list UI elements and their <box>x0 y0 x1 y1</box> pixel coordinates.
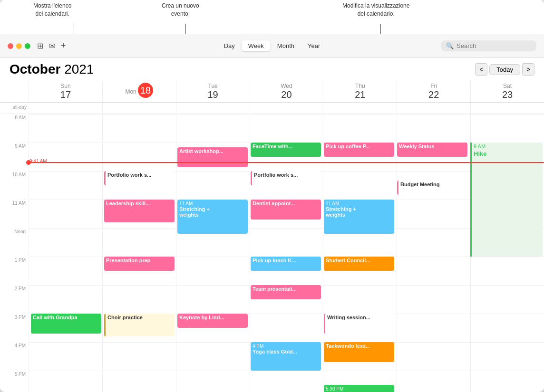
event-student-council[interactable]: Student Council... <box>324 257 394 271</box>
event-title: Stretching +weights <box>326 206 392 218</box>
event-dropoff-grandma[interactable]: 5:30 PM Drop offGrandma... <box>324 385 394 392</box>
time-label-11am: 11 AM <box>0 200 29 228</box>
allday-thu <box>323 103 397 114</box>
sat-green-block: 9 AM Hike <box>470 143 543 257</box>
current-time-label: 9:41 AM <box>29 159 47 164</box>
view-month-button[interactable]: Month <box>271 40 301 51</box>
event-leadership[interactable]: Leadership skill... <box>104 200 175 222</box>
view-day-button[interactable]: Day <box>217 40 242 51</box>
cell-mon-8am <box>102 114 176 143</box>
cell-wed-3pm <box>250 314 323 342</box>
cell-mon-2pm <box>102 285 176 314</box>
event-title: FaceTime with... <box>253 143 319 149</box>
allday-tue <box>176 103 250 114</box>
allday-mon <box>102 103 176 114</box>
annotation-2: Crea un nuovoevento. <box>162 2 199 18</box>
search-box[interactable]: 🔍 <box>441 40 536 51</box>
calendar-window: Mostra l'elencodei calendari. Crea un nu… <box>0 0 544 392</box>
cell-tue-5pm <box>176 371 250 392</box>
event-budget-meeting[interactable]: Budget Meeting <box>397 181 467 195</box>
event-choir-practice[interactable]: Choir practice <box>104 314 175 336</box>
cell-thu-8am <box>323 114 397 143</box>
view-week-button[interactable]: Week <box>242 40 271 51</box>
today-button[interactable]: Today <box>489 64 520 75</box>
cell-mon-noon <box>102 228 176 257</box>
event-title: Artist workshop... <box>179 148 246 154</box>
toolbar-icons: ⊞ ✉ + <box>36 40 67 52</box>
inbox-icon[interactable]: ✉ <box>48 40 56 51</box>
day-name-fri: Fri <box>430 83 437 89</box>
event-title: Leadership skill... <box>106 201 173 206</box>
cell-sun-9am <box>29 143 102 171</box>
event-dentist[interactable]: Dentist appoint... <box>251 200 321 220</box>
cell-sat-5pm <box>470 371 544 392</box>
cell-sun-2pm <box>29 285 102 314</box>
event-time: 11 AM <box>179 201 193 206</box>
cell-tue-4pm <box>176 342 250 371</box>
cell-fri-4pm <box>397 342 470 371</box>
time-label-9am: 9 AM <box>0 143 29 171</box>
cell-sun-1pm <box>29 257 102 285</box>
time-grid-wrapper: 8 AM 9 AM 10 AM <box>0 114 544 392</box>
event-call-grandpa[interactable]: Call with Grandpa <box>31 314 101 334</box>
event-pickup-lunch[interactable]: Pick up lunch K... <box>251 257 321 271</box>
view-year-button[interactable]: Year <box>301 40 327 51</box>
cell-fri-2pm <box>397 285 470 314</box>
event-title: Keynote by Lind... <box>179 315 246 320</box>
allday-fri <box>397 103 470 114</box>
event-pickup-coffee[interactable]: Pick up coffee P... <box>324 143 394 157</box>
cell-tue-2pm <box>176 285 250 314</box>
event-title: Portfolio work s... <box>254 172 319 178</box>
event-stretching-tue[interactable]: 11 AM Stretching +weights <box>177 200 248 234</box>
event-team-presentation[interactable]: Team presentati... <box>251 285 321 299</box>
add-event-button[interactable]: + <box>60 40 67 52</box>
cell-sun-8am <box>29 114 102 143</box>
sat-block-title: Hike <box>472 150 543 157</box>
close-button[interactable] <box>8 43 13 49</box>
minimize-button[interactable] <box>16 43 22 49</box>
allday-wed <box>250 103 323 114</box>
day-header-thu: Thu 21 <box>323 81 397 102</box>
event-portfolio-mon[interactable]: Portfolio work s... <box>104 171 175 185</box>
calendar-year: 2021 <box>64 62 94 76</box>
event-writing-session[interactable]: Writing session... <box>324 314 394 334</box>
event-title: Choir practice <box>107 315 173 320</box>
time-label-3pm: 3 PM <box>0 314 29 342</box>
cell-wed-noon <box>250 228 323 257</box>
cell-sun-5pm <box>29 371 102 392</box>
event-yoga[interactable]: 4 PM Yoga class Gold... <box>251 342 321 371</box>
calendar-title: October 2021 <box>10 62 475 77</box>
cell-fri-noon <box>397 228 470 257</box>
event-title: Call with Grandpa <box>33 315 99 320</box>
next-week-button[interactable]: > <box>522 63 534 76</box>
calendar-list-icon[interactable]: ⊞ <box>36 40 44 51</box>
day-header-mon: Mon 18 <box>102 81 176 102</box>
event-stretching-thu[interactable]: 11 AM Stretching +weights <box>324 200 394 234</box>
event-title: Weekly Status <box>399 143 466 149</box>
prev-week-button[interactable]: < <box>475 63 487 76</box>
event-portfolio-wed[interactable]: Portfolio work s... <box>251 171 321 185</box>
calendar-navigation: < Today > <box>475 63 534 76</box>
event-facetime[interactable]: FaceTime with... <box>251 143 321 157</box>
day-header-wed: Wed 20 <box>250 81 323 102</box>
event-keynote[interactable]: Keynote by Lind... <box>177 314 248 328</box>
event-title: Taekwondo less... <box>326 343 392 349</box>
annotation-1: Mostra l'elencodei calendari. <box>33 2 71 18</box>
event-title: Team presentati... <box>253 286 319 292</box>
maximize-button[interactable] <box>25 43 30 49</box>
view-switcher: Day Week Month Year <box>217 40 327 51</box>
event-title: Pick up lunch K... <box>253 258 319 263</box>
event-title: Portfolio work s... <box>107 172 173 178</box>
cell-sat-2pm <box>470 285 544 314</box>
event-weekly-status[interactable]: Weekly Status <box>397 143 467 157</box>
event-presentation-prep[interactable]: Presentation prep <box>104 257 175 271</box>
event-artist-workshop[interactable]: Artist workshop... <box>177 147 248 167</box>
day-name-sun: Sun <box>60 83 70 89</box>
cell-sun-10am <box>29 171 102 200</box>
time-grid: 8 AM 9 AM 10 AM <box>0 114 544 392</box>
search-input[interactable] <box>457 42 532 49</box>
allday-label: all-day <box>0 103 29 114</box>
event-taekwondo[interactable]: Taekwondo less... <box>324 342 394 362</box>
day-name-mon: Mon <box>125 88 136 95</box>
day-name-sat: Sat <box>503 83 512 89</box>
